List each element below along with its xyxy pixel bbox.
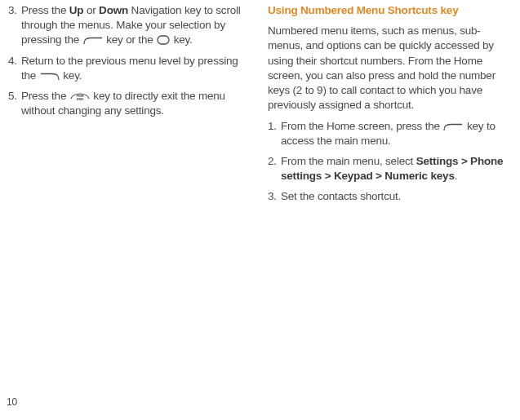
step-number: 1.	[268, 119, 277, 134]
step-number: 5.	[8, 89, 17, 104]
text: From the main menu, select	[281, 155, 416, 167]
right-step-3: 3. Set the contacts shortcut.	[268, 189, 512, 204]
left-column: 3. Press the Up or Down Navigation key t…	[8, 3, 251, 210]
right-step-list: 1. From the Home screen, press the key t…	[268, 119, 512, 205]
columns: 3. Press the Up or Down Navigation key t…	[8, 3, 512, 210]
text: Set the contacts shortcut.	[281, 190, 401, 202]
page-number: 10	[7, 396, 17, 409]
left-softkey-icon	[443, 123, 463, 131]
step-number: 2.	[268, 154, 277, 169]
bold-up: Up	[69, 4, 84, 16]
left-step-list: 3. Press the Up or Down Navigation key t…	[8, 3, 251, 119]
left-step-3: 3. Press the Up or Down Navigation key t…	[8, 3, 251, 48]
end-key-icon: PWREND	[70, 91, 90, 101]
svg-text:END: END	[77, 97, 83, 101]
text: From the Home screen, press the	[281, 120, 442, 132]
left-step-4: 4. Return to the previous menu level by …	[8, 54, 251, 83]
center-key-icon	[157, 35, 170, 45]
right-step-1: 1. From the Home screen, press the key t…	[268, 119, 512, 148]
page: 3. Press the Up or Down Navigation key t…	[0, 0, 520, 420]
right-column: Using Numbered Menu Shortcuts key Number…	[268, 3, 512, 210]
left-step-5: 5. Press the PWREND key to directly exit…	[8, 89, 251, 118]
text: or	[83, 4, 99, 16]
text: key.	[60, 69, 82, 82]
step-number: 3.	[8, 3, 17, 18]
step-number: 3.	[268, 189, 277, 204]
step-number: 4.	[8, 54, 17, 69]
left-softkey-icon	[83, 37, 103, 45]
bold-down: Down	[99, 4, 128, 16]
text: key.	[171, 33, 193, 46]
text: .	[455, 170, 458, 182]
text: Press the	[21, 4, 69, 16]
right-step-2: 2. From the main menu, select Settings >…	[268, 154, 512, 183]
section-heading: Using Numbered Menu Shortcuts key	[268, 3, 512, 18]
svg-rect-0	[158, 36, 169, 44]
text: key or the	[104, 33, 156, 46]
text: Press the	[21, 90, 69, 102]
right-softkey-icon	[40, 73, 60, 81]
intro-paragraph: Numbered menu items, such as menus, sub-…	[268, 24, 512, 113]
